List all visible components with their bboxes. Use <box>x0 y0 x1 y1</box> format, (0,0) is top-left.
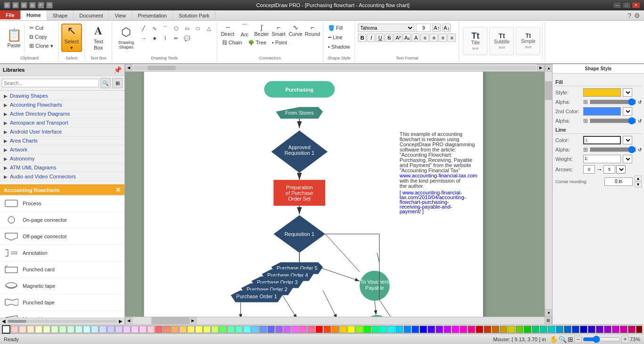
library-item-artwork[interactable]: ▶ Artwork <box>0 145 124 154</box>
line-alpha-icon[interactable]: ⊞ <box>583 146 588 153</box>
align-justify[interactable]: ≡ <box>447 34 456 42</box>
tab-home[interactable]: Home <box>21 10 47 20</box>
color-cell[interactable] <box>227 326 235 333</box>
tab-shape-style[interactable]: Shape Style <box>553 64 644 73</box>
color-cell[interactable] <box>11 326 18 333</box>
color-cell[interactable] <box>91 326 99 333</box>
color-cell[interactable] <box>243 326 251 333</box>
line-alpha-slider[interactable] <box>590 147 636 152</box>
color-cell[interactable] <box>476 326 483 333</box>
shape-item-magnetic-tape[interactable]: Magnetic tape <box>0 278 124 294</box>
fill-style-dropdown[interactable]: ▾ <box>623 88 632 97</box>
close-button[interactable]: ✕ <box>632 2 640 8</box>
scroll-right-arrow-bottom[interactable]: ▶ <box>189 317 197 325</box>
color-cell[interactable] <box>404 326 411 333</box>
shape-item-manual-input[interactable]: Manual input <box>0 311 124 318</box>
color-cell[interactable] <box>51 326 58 333</box>
align-right[interactable]: ≡ <box>438 34 447 42</box>
color-cell[interactable] <box>548 326 555 333</box>
color-cell[interactable] <box>275 326 283 333</box>
color-cell[interactable] <box>380 326 387 333</box>
color-cell[interactable] <box>267 326 275 333</box>
color-cell[interactable] <box>291 326 299 333</box>
accounting-panel-close[interactable]: ✕ <box>116 186 121 193</box>
connector-bezier[interactable]: ∫ Bezier <box>254 24 269 37</box>
color-cell[interactable] <box>452 326 459 333</box>
color-cell[interactable] <box>115 326 123 333</box>
font-size-decrease[interactable]: A↓ <box>442 24 451 32</box>
color-cell[interactable] <box>19 326 26 333</box>
paste-button[interactable]: 📋 Paste <box>4 24 25 52</box>
pin-icon[interactable]: 📌 <box>114 66 122 74</box>
color-cell[interactable] <box>27 326 34 333</box>
zoom-slider[interactable] <box>583 337 620 342</box>
chain-button[interactable]: ⛓ Chain <box>220 38 244 47</box>
callout-tool[interactable]: 💬 <box>182 34 192 43</box>
freeform-tool[interactable]: ✏ <box>171 34 182 43</box>
italic-button[interactable]: I <box>367 34 375 42</box>
color-cell[interactable] <box>436 326 443 333</box>
color-cell[interactable] <box>163 326 171 333</box>
corner-down-arrow[interactable]: ▼ <box>635 182 642 187</box>
maximize-button[interactable]: □ <box>622 2 631 8</box>
map-button[interactable]: ⊞ <box>545 317 552 324</box>
color-cell[interactable] <box>372 326 379 333</box>
color-cell[interactable] <box>43 326 50 333</box>
line-button[interactable]: ━ Line <box>326 33 345 42</box>
color-cell[interactable] <box>235 326 243 333</box>
scroll-up-arrow[interactable]: ▲ <box>545 64 552 72</box>
hand-tool-icon[interactable]: ✋ <box>550 336 558 343</box>
connector-curve[interactable]: ∿ Curve <box>288 24 303 37</box>
ellipse-tool[interactable]: ⬭ <box>193 24 203 33</box>
color-cell[interactable] <box>572 326 579 333</box>
color-cell[interactable] <box>428 326 435 333</box>
zoom-out-button[interactable]: − <box>574 336 582 343</box>
library-item-aerospace[interactable]: ▶ Aerospace and Transport <box>0 118 124 127</box>
arrows-style-dropdown[interactable]: ▾ <box>616 165 626 174</box>
title-text-style[interactable]: Tt Title text <box>463 27 487 55</box>
library-item-astronomy[interactable]: ▶ Astronomy <box>0 154 124 163</box>
shadow-button[interactable]: ▪ Shadow <box>326 42 352 51</box>
color-cell[interactable] <box>35 326 42 333</box>
color-cell[interactable] <box>588 326 595 333</box>
color-cell[interactable] <box>564 326 571 333</box>
library-item-accounting[interactable]: ▶ Accounting Flowcharts <box>0 101 124 109</box>
star-tool[interactable]: ★ <box>149 34 160 43</box>
color-cell[interactable] <box>508 326 515 333</box>
corner-up-arrow[interactable]: ▲ <box>635 176 642 181</box>
font-size-increase[interactable]: A↑ <box>432 24 441 32</box>
second-alpha-slider[interactable] <box>590 118 636 123</box>
redo-btn[interactable]: ↷ <box>46 2 53 8</box>
color-cell[interactable] <box>396 326 403 333</box>
drawing-shapes-button[interactable]: ⬡ Drawing Shapes <box>115 24 138 52</box>
color-cell[interactable] <box>155 326 163 333</box>
h-scroll-thumb-bottom[interactable] <box>151 317 189 324</box>
library-item-active-directory[interactable]: ▶ Active Directory Diagrams <box>0 109 124 118</box>
color-cell[interactable] <box>219 326 227 333</box>
zoom-in-button[interactable]: + <box>621 336 629 343</box>
zoom-in-icon[interactable]: 🔍 <box>559 336 567 343</box>
tab-presentation[interactable]: Presentation <box>132 10 173 20</box>
color-cell[interactable] <box>331 326 339 333</box>
title-bar-window-buttons[interactable]: — □ ✕ <box>613 2 640 8</box>
color-cell[interactable] <box>203 326 211 333</box>
minimize-button[interactable]: — <box>613 2 621 8</box>
color-cell[interactable] <box>187 326 195 333</box>
point-button[interactable]: • Point <box>270 38 289 47</box>
color-cell[interactable] <box>307 326 315 333</box>
color-cell[interactable] <box>612 326 619 333</box>
corner-rounding-input[interactable] <box>604 177 633 186</box>
page-fit-icon[interactable]: ⊞ <box>568 336 573 343</box>
color-cell[interactable] <box>75 326 83 333</box>
text-color-button[interactable]: A <box>412 34 420 42</box>
color-cell[interactable] <box>283 326 291 333</box>
color-cell[interactable] <box>444 326 451 333</box>
arrow-tool[interactable]: → <box>139 34 149 43</box>
color-cell[interactable] <box>83 326 91 333</box>
color-cell[interactable] <box>628 326 636 333</box>
color-cell[interactable] <box>299 326 307 333</box>
color-cell[interactable] <box>179 326 187 333</box>
connector-round[interactable]: ⌐ Round <box>305 24 320 37</box>
scroll-left-icon[interactable]: ◀ <box>2 319 6 324</box>
color-cell[interactable] <box>99 326 107 333</box>
